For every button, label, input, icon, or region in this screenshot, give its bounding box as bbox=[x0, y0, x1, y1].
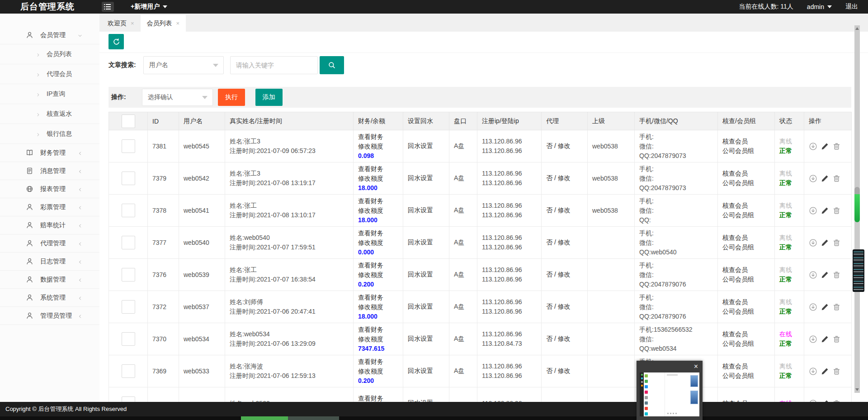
agent-modify-link[interactable]: 否 / 修改 bbox=[546, 367, 571, 374]
check-member-link[interactable]: 核查会员 bbox=[722, 329, 770, 339]
check-member-link[interactable]: 核查会员 bbox=[722, 297, 770, 307]
sidebar-subitem-银行信息[interactable]: 银行信息 bbox=[0, 124, 99, 144]
vertical-scrollbar[interactable] bbox=[854, 25, 860, 393]
edit-icon[interactable] bbox=[821, 271, 829, 279]
huishui-settings-link[interactable]: 回水设置 bbox=[408, 142, 433, 149]
close-tab-icon[interactable]: × bbox=[131, 20, 134, 27]
sidebar-item-报表管理[interactable]: 报表管理 bbox=[0, 180, 99, 198]
tab-欢迎页[interactable]: 欢迎页× bbox=[101, 15, 141, 32]
sidebar-subitem-IP查询[interactable]: IP查询 bbox=[0, 84, 99, 104]
sidebar-subitem-代理会员[interactable]: 代理会员 bbox=[0, 64, 99, 84]
logout-button[interactable]: 退出 bbox=[845, 3, 858, 11]
download-icon[interactable] bbox=[809, 206, 817, 215]
row-checkbox[interactable] bbox=[122, 172, 135, 185]
agent-modify-link[interactable]: 否 / 修改 bbox=[546, 174, 571, 181]
huishui-settings-link[interactable]: 回水设置 bbox=[408, 174, 433, 181]
sidebar-item-数据管理[interactable]: 数据管理 bbox=[0, 271, 99, 289]
select-all-checkbox[interactable] bbox=[122, 115, 135, 128]
close-tab-icon[interactable]: × bbox=[176, 20, 180, 27]
check-member-link[interactable]: 核查会员 bbox=[722, 169, 770, 178]
member-group-link[interactable]: 公司会员组 bbox=[722, 178, 770, 188]
check-member-link[interactable]: 核查会员 bbox=[722, 362, 770, 371]
horizontal-scrollbar[interactable] bbox=[0, 416, 868, 420]
modify-quota-link[interactable]: 修改额度 bbox=[358, 238, 398, 248]
add-button[interactable]: 添加 bbox=[255, 89, 283, 106]
modify-quota-link[interactable]: 修改额度 bbox=[358, 142, 398, 151]
agent-modify-link[interactable]: 否 / 修改 bbox=[546, 206, 571, 214]
download-icon[interactable] bbox=[809, 271, 817, 279]
member-group-link[interactable]: 公司会员组 bbox=[722, 210, 770, 220]
member-group-link[interactable]: 公司会员组 bbox=[722, 275, 770, 284]
view-finance-link[interactable]: 查看财务 bbox=[358, 132, 398, 142]
member-group-link[interactable]: 公司会员组 bbox=[722, 339, 770, 348]
download-icon[interactable] bbox=[809, 142, 817, 151]
edit-icon[interactable] bbox=[821, 335, 829, 344]
execute-button[interactable]: 执行 bbox=[218, 89, 245, 106]
admin-menu[interactable]: admin bbox=[807, 3, 832, 10]
search-input[interactable] bbox=[230, 56, 318, 74]
download-icon[interactable] bbox=[809, 367, 817, 376]
menu-toggle-icon[interactable] bbox=[102, 2, 114, 12]
sidebar-item-赔率统计[interactable]: 赔率统计 bbox=[0, 216, 99, 234]
edit-icon[interactable] bbox=[821, 239, 829, 247]
edit-icon[interactable] bbox=[821, 303, 829, 311]
search-button[interactable] bbox=[320, 56, 344, 74]
edit-icon[interactable] bbox=[821, 367, 829, 376]
agent-modify-link[interactable]: 否 / 修改 bbox=[546, 239, 571, 246]
huishui-settings-link[interactable]: 回水设置 bbox=[408, 239, 433, 246]
huishui-settings-link[interactable]: 回水设置 bbox=[408, 303, 433, 310]
sidebar-subitem-核查返水[interactable]: 核查返水 bbox=[0, 104, 99, 124]
sidebar-item-系统管理[interactable]: 系统管理 bbox=[0, 289, 99, 307]
sidebar-item-会员管理[interactable]: 会员管理 bbox=[0, 26, 99, 44]
huishui-settings-link[interactable]: 回水设置 bbox=[408, 367, 433, 374]
delete-icon[interactable] bbox=[832, 142, 841, 151]
member-group-link[interactable]: 公司会员组 bbox=[722, 307, 770, 316]
view-finance-link[interactable]: 查看财务 bbox=[358, 357, 398, 367]
row-checkbox[interactable] bbox=[122, 204, 135, 217]
modify-quota-link[interactable]: 修改额度 bbox=[358, 367, 398, 376]
agent-modify-link[interactable]: 否 / 修改 bbox=[546, 142, 571, 149]
modify-quota-link[interactable]: 修改额度 bbox=[358, 334, 398, 344]
agent-modify-link[interactable]: 否 / 修改 bbox=[546, 271, 571, 278]
delete-icon[interactable] bbox=[832, 367, 841, 376]
edit-icon[interactable] bbox=[821, 174, 829, 183]
member-group-link[interactable]: 公司会员组 bbox=[722, 371, 770, 381]
check-member-link[interactable]: 核查会员 bbox=[722, 233, 770, 243]
sidebar-item-财务管理[interactable]: 财务管理 bbox=[0, 144, 99, 162]
row-checkbox[interactable] bbox=[122, 300, 135, 314]
download-icon[interactable] bbox=[809, 335, 817, 344]
scroll-down-arrow-icon[interactable] bbox=[854, 387, 860, 393]
action-select[interactable]: 选择确认 bbox=[142, 89, 213, 106]
view-finance-link[interactable]: 查看财务 bbox=[358, 293, 398, 302]
pip-video-window[interactable]: × bbox=[637, 361, 703, 420]
row-checkbox[interactable] bbox=[122, 236, 135, 249]
download-icon[interactable] bbox=[809, 303, 817, 311]
modify-quota-link[interactable]: 修改额度 bbox=[358, 270, 398, 280]
vertical-scrollbar-thumb[interactable] bbox=[854, 187, 860, 222]
delete-icon[interactable] bbox=[832, 303, 841, 311]
huishui-settings-link[interactable]: 回水设置 bbox=[408, 335, 433, 342]
modify-quota-link[interactable]: 修改额度 bbox=[358, 174, 398, 183]
huishui-settings-link[interactable]: 回水设置 bbox=[408, 271, 433, 278]
edit-icon[interactable] bbox=[821, 142, 829, 151]
member-group-link[interactable]: 公司会员组 bbox=[722, 146, 770, 156]
view-finance-link[interactable]: 查看财务 bbox=[358, 196, 398, 206]
sidebar-subitem-会员列表[interactable]: 会员列表 bbox=[0, 44, 99, 64]
delete-icon[interactable] bbox=[832, 335, 841, 344]
modify-quota-link[interactable]: 修改额度 bbox=[358, 206, 398, 215]
view-finance-link[interactable]: 查看财务 bbox=[358, 164, 398, 174]
sidebar-item-彩票管理[interactable]: 彩票管理 bbox=[0, 198, 99, 216]
sidebar-item-日志管理[interactable]: 日志管理 bbox=[0, 253, 99, 271]
check-member-link[interactable]: 核查会员 bbox=[722, 201, 770, 210]
huishui-settings-link[interactable]: 回水设置 bbox=[408, 206, 433, 214]
download-icon[interactable] bbox=[809, 239, 817, 247]
delete-icon[interactable] bbox=[832, 239, 841, 247]
sidebar-item-消息管理[interactable]: 消息管理 bbox=[0, 162, 99, 180]
edit-icon[interactable] bbox=[821, 206, 829, 215]
row-checkbox[interactable] bbox=[122, 268, 135, 282]
add-user-dropdown[interactable]: +新增用户 bbox=[131, 3, 167, 11]
search-field-select[interactable]: 用户名 bbox=[143, 56, 224, 74]
sidebar-item-代理管理[interactable]: 代理管理 bbox=[0, 234, 99, 253]
delete-icon[interactable] bbox=[832, 174, 841, 183]
view-finance-link[interactable]: 查看财务 bbox=[358, 261, 398, 270]
